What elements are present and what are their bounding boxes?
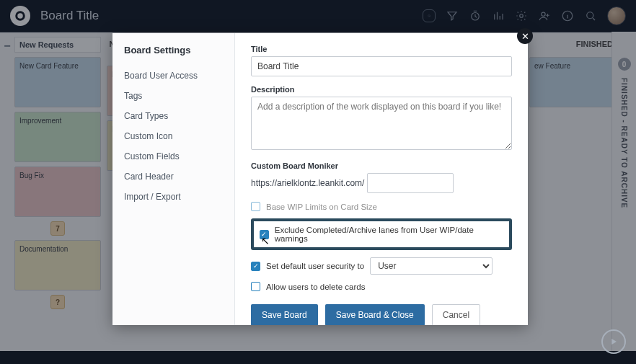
allow-delete-row[interactable]: Allow users to delete cards xyxy=(251,282,512,291)
exclude-label: Exclude Completed/Archive lanes from Use… xyxy=(275,226,503,243)
wip-size-row[interactable]: Base WIP Limits on Card Size xyxy=(251,202,512,211)
close-icon[interactable]: ✕ xyxy=(517,28,533,44)
description-label: Description xyxy=(251,85,512,94)
sidebar-item-card-header[interactable]: Card Header xyxy=(124,167,227,187)
modal-heading: Board Settings xyxy=(124,45,227,56)
board-settings-modal: ✕ Board Settings Board User Access Tags … xyxy=(112,33,528,325)
checkbox-allow-delete[interactable] xyxy=(251,282,260,291)
sidebar-item-import-export[interactable]: Import / Export xyxy=(124,187,227,207)
default-security-label: Set default user security to xyxy=(266,262,364,270)
moniker-label: Custom Board Moniker xyxy=(251,161,512,170)
moniker-prefix: https://arielklontz.leankit.com/ xyxy=(251,178,364,188)
save-close-button[interactable]: Save Board & Close xyxy=(325,304,425,325)
sidebar-item-tags[interactable]: Tags xyxy=(124,86,227,106)
checkbox-default-security[interactable] xyxy=(251,262,260,271)
play-icon[interactable] xyxy=(601,329,626,354)
title-label: Title xyxy=(251,45,512,53)
checkbox-exclude-lanes[interactable] xyxy=(260,230,269,239)
allow-delete-label: Allow users to delete cards xyxy=(266,283,365,291)
default-security-row: Set default user security to User xyxy=(251,257,512,275)
checkbox-wip-size[interactable] xyxy=(251,202,260,211)
moniker-input[interactable] xyxy=(367,173,454,193)
sidebar-item-card-types[interactable]: Card Types xyxy=(124,106,227,126)
highlighted-option: Exclude Completed/Archive lanes from Use… xyxy=(251,218,512,250)
default-security-select[interactable]: User xyxy=(370,257,493,275)
save-button[interactable]: Save Board xyxy=(251,304,318,325)
sidebar-item-custom-icon[interactable]: Custom Icon xyxy=(124,126,227,146)
title-input[interactable] xyxy=(251,56,512,76)
modal-body: Title Description Custom Board Moniker h… xyxy=(235,33,528,325)
sidebar-item-access[interactable]: Board User Access xyxy=(124,66,227,86)
wip-size-label: Base WIP Limits on Card Size xyxy=(266,203,377,211)
exclude-row[interactable]: Exclude Completed/Archive lanes from Use… xyxy=(260,226,503,243)
modal-sidebar: Board Settings Board User Access Tags Ca… xyxy=(112,33,235,325)
cancel-button[interactable]: Cancel xyxy=(432,304,480,325)
description-input[interactable] xyxy=(251,97,512,150)
sidebar-item-custom-fields[interactable]: Custom Fields xyxy=(124,146,227,167)
